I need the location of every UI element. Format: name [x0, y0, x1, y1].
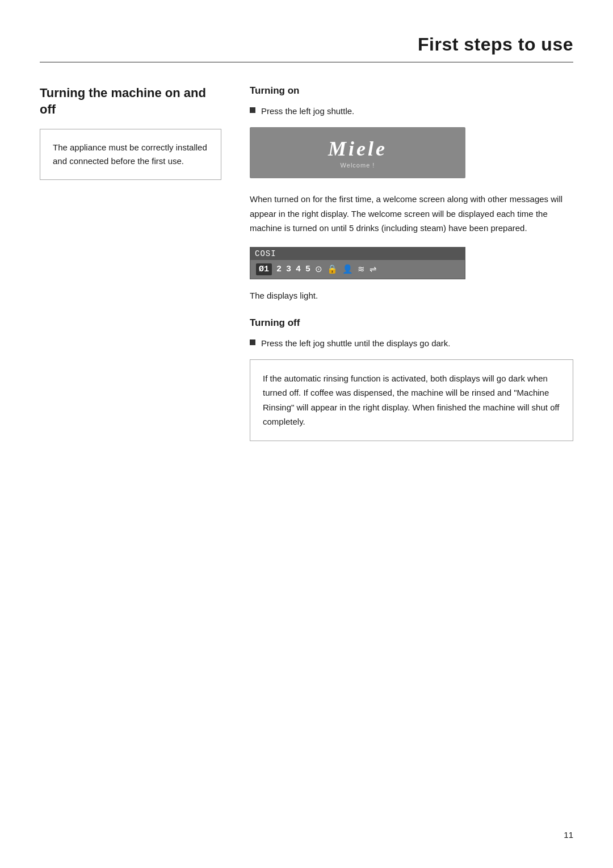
cosi-label: COSI: [250, 248, 465, 260]
page-container: First steps to use Turning the machine o…: [0, 0, 613, 868]
miele-display-screen: Miele Welcome !: [250, 127, 465, 178]
cosi-num-3: 3: [286, 265, 291, 274]
cosi-display-panel: COSI Ø1 2 3 4 5 ⊙ 🔒 👤 ≋ ⇌: [250, 247, 465, 279]
info-box-text: If the automatic rinsing function is act…: [263, 371, 560, 429]
turning-off-section: Turning off Press the left jog shuttle u…: [250, 317, 573, 441]
turning-off-bullet: Press the left jog shuttle until the dis…: [250, 337, 573, 350]
bullet-icon: [250, 107, 255, 113]
cosi-display-row: Ø1 2 3 4 5 ⊙ 🔒 👤 ≋ ⇌: [250, 260, 465, 279]
content-columns: Turning the machine on and off The appli…: [40, 85, 573, 441]
page-title: First steps to use: [418, 34, 573, 55]
info-box: If the automatic rinsing function is act…: [250, 359, 573, 441]
section-title: Turning the machine on and off: [40, 85, 221, 118]
turning-on-bullet: Press the left jog shuttle.: [250, 104, 573, 118]
cosi-icon-clock: ⊙: [315, 264, 322, 274]
note-box: The appliance must be correctly installe…: [40, 129, 221, 180]
cosi-icon-settings: ⇌: [370, 264, 377, 274]
cosi-num-01: Ø1: [256, 263, 272, 275]
right-column: Turning on Press the left jog shuttle. M…: [250, 85, 573, 441]
bullet-icon-2: [250, 339, 255, 345]
cosi-num-5: 5: [305, 265, 310, 274]
cosi-icon-person: 👤: [342, 264, 353, 274]
turning-on-bullet-text: Press the left jog shuttle.: [261, 104, 354, 118]
left-column: Turning the machine on and off The appli…: [40, 85, 221, 180]
page-header: First steps to use: [40, 34, 573, 62]
turning-on-section: Turning on Press the left jog shuttle. M…: [250, 85, 573, 300]
cosi-icon-water: ≋: [358, 264, 365, 274]
turning-off-bullet-text: Press the left jog shuttle until the dis…: [261, 337, 451, 350]
turning-on-title: Turning on: [250, 85, 573, 97]
miele-logo: Miele: [328, 137, 387, 161]
displays-light-text: The displays light.: [250, 291, 573, 300]
cosi-icon-lock: 🔒: [327, 264, 338, 274]
cosi-num-2: 2: [276, 265, 282, 274]
note-box-text: The appliance must be correctly installe…: [53, 141, 208, 168]
cosi-num-4: 4: [296, 265, 301, 274]
page-number: 11: [564, 830, 573, 840]
turning-off-title: Turning off: [250, 317, 573, 329]
turning-on-body-text: When turned on for the first time, a wel…: [250, 192, 573, 236]
miele-welcome-text: Welcome !: [341, 162, 375, 169]
miele-logo-text: Miele: [328, 137, 387, 160]
